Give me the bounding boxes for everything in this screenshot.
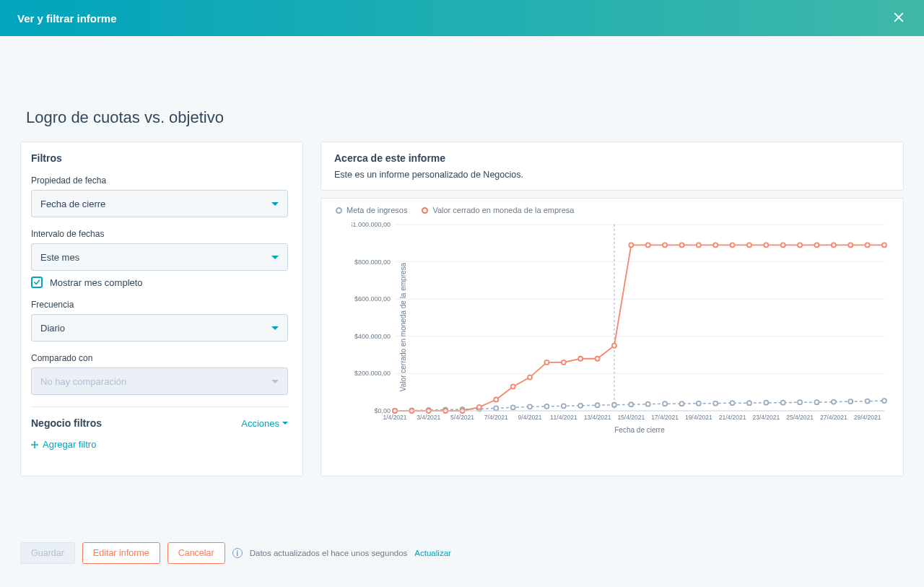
- svg-text:21/4/2021: 21/4/2021: [719, 414, 746, 421]
- svg-point-57: [866, 399, 870, 404]
- svg-text:19/4/2021: 19/4/2021: [685, 414, 712, 421]
- modal-header: Ver y filtrar informe: [0, 0, 924, 36]
- svg-point-55: [832, 400, 836, 404]
- chart-card: Meta de ingresos Valor cerrado en moneda…: [321, 198, 904, 477]
- svg-point-78: [713, 243, 718, 247]
- svg-point-85: [832, 243, 836, 247]
- refresh-link[interactable]: Actualizar: [414, 549, 451, 557]
- svg-point-46: [679, 401, 684, 406]
- footer-status: Datos actualizados el hace unos segundos: [250, 549, 408, 557]
- chevron-down-icon: [271, 256, 279, 259]
- filters-scroll[interactable]: Filtros Propiedad de fecha Fecha de cier…: [21, 142, 302, 476]
- svg-point-84: [814, 243, 819, 247]
- edit-report-button[interactable]: Editar informe: [82, 542, 160, 564]
- svg-point-83: [798, 243, 802, 247]
- svg-point-72: [612, 344, 616, 348]
- svg-point-44: [646, 402, 650, 406]
- svg-point-75: [663, 243, 667, 247]
- svg-text:$600.000,00: $600.000,00: [354, 295, 391, 303]
- svg-text:$1.000.000,00: $1.000.000,00: [352, 221, 391, 228]
- svg-text:Fecha de cierre: Fecha de cierre: [614, 426, 665, 434]
- svg-point-67: [528, 375, 532, 380]
- svg-text:15/4/2021: 15/4/2021: [617, 414, 645, 421]
- date-range-value: Este mes: [40, 252, 79, 263]
- cancel-button[interactable]: Cancelar: [167, 542, 225, 564]
- date-property-select[interactable]: Fecha de cierre: [31, 190, 288, 217]
- svg-text:3/4/2021: 3/4/2021: [417, 414, 440, 421]
- svg-point-74: [646, 243, 650, 247]
- footer-actions: Guardar Editar informe Cancelar i Datos …: [20, 542, 451, 564]
- legend-item-valor: Valor cerrado en moneda de la empresa: [422, 206, 574, 214]
- business-filters-heading: Negocio filtros: [31, 417, 102, 429]
- svg-point-37: [528, 404, 532, 409]
- save-button: Guardar: [20, 542, 75, 564]
- filters-heading: Filtros: [31, 152, 288, 164]
- svg-text:5/4/2021: 5/4/2021: [450, 414, 474, 421]
- svg-point-41: [596, 403, 600, 407]
- svg-point-53: [798, 400, 802, 404]
- svg-text:23/4/2021: 23/4/2021: [752, 414, 780, 421]
- svg-text:9/4/2021: 9/4/2021: [518, 414, 541, 421]
- chart-area: Valor cerrado en moneda de la empresa $0…: [352, 219, 890, 435]
- chevron-down-icon: [271, 202, 279, 206]
- chevron-down-icon: [282, 422, 288, 425]
- svg-point-38: [544, 404, 549, 409]
- show-full-month-row: Mostrar mes completo: [31, 277, 288, 288]
- frequency-label: Frecuencia: [31, 300, 288, 310]
- svg-point-71: [596, 357, 600, 361]
- svg-point-40: [578, 404, 583, 408]
- frequency-select[interactable]: Diario: [31, 314, 288, 342]
- add-filter-button[interactable]: Agregar filtro: [31, 439, 288, 450]
- date-range-select[interactable]: Este mes: [31, 243, 288, 271]
- date-property-label: Propiedad de fecha: [31, 175, 288, 186]
- svg-point-79: [731, 243, 735, 247]
- frequency-value: Diario: [40, 323, 65, 334]
- svg-point-70: [578, 357, 583, 361]
- svg-point-48: [713, 401, 718, 406]
- date-property-value: Fecha de cierre: [40, 199, 105, 209]
- show-full-month-label: Mostrar mes completo: [50, 277, 143, 288]
- svg-point-49: [731, 401, 735, 405]
- svg-point-76: [679, 243, 684, 247]
- add-filter-label: Agregar filtro: [43, 439, 96, 450]
- legend-label-a: Meta de ingresos: [346, 206, 407, 214]
- svg-text:11/4/2021: 11/4/2021: [550, 414, 578, 421]
- svg-point-39: [562, 404, 566, 408]
- line-chart: $0,00$200.000,00$400.000,00$600.000,00$8…: [352, 219, 890, 435]
- svg-point-82: [781, 243, 785, 247]
- svg-point-54: [814, 400, 819, 404]
- svg-text:7/4/2021: 7/4/2021: [484, 414, 508, 421]
- svg-point-35: [494, 406, 498, 410]
- actions-dropdown[interactable]: Acciones: [241, 418, 288, 429]
- svg-point-80: [747, 243, 751, 247]
- svg-point-66: [511, 384, 515, 388]
- svg-point-45: [663, 401, 667, 406]
- svg-point-64: [477, 405, 481, 409]
- close-icon[interactable]: [892, 11, 907, 25]
- compared-with-value: No hay comparación: [40, 376, 126, 387]
- svg-point-88: [882, 243, 886, 247]
- chevron-down-icon: [271, 380, 279, 383]
- circle-icon: [336, 207, 342, 214]
- svg-point-69: [562, 360, 566, 365]
- compared-with-select: No hay comparación: [31, 368, 288, 395]
- svg-text:$800.000,00: $800.000,00: [354, 258, 391, 266]
- actions-label: Acciones: [241, 418, 279, 429]
- svg-point-65: [494, 398, 498, 402]
- svg-point-81: [764, 243, 768, 247]
- svg-point-47: [697, 401, 701, 406]
- svg-text:1/4/2021: 1/4/2021: [383, 414, 406, 421]
- info-icon: i: [232, 548, 243, 558]
- about-text: Este es un informe personalizado de Nego…: [334, 170, 890, 180]
- svg-text:$400.000,00: $400.000,00: [354, 333, 391, 340]
- svg-text:17/4/2021: 17/4/2021: [651, 414, 679, 421]
- svg-point-73: [629, 243, 633, 247]
- svg-point-52: [781, 401, 785, 405]
- svg-text:$200.000,00: $200.000,00: [354, 370, 391, 377]
- page-title: Logro de cuotas vs. objetivo: [26, 108, 904, 127]
- svg-point-87: [866, 243, 870, 247]
- show-full-month-checkbox[interactable]: [31, 277, 43, 288]
- svg-point-36: [511, 405, 515, 409]
- modal-title: Ver y filtrar informe: [17, 12, 117, 25]
- y-axis-label: Valor cerrado en moneda de la empresa: [399, 263, 407, 391]
